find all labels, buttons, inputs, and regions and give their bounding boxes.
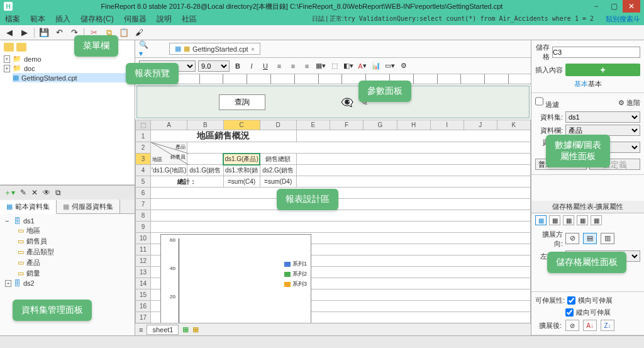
stretch-v-checkbox[interactable] xyxy=(565,308,574,317)
insert-content-button[interactable]: + xyxy=(565,64,640,76)
selected-cell[interactable]: ds1.G(產品) xyxy=(223,154,260,165)
dataset-select[interactable]: ds1 xyxy=(565,111,640,123)
minimize-button[interactable]: − xyxy=(587,0,605,13)
menu-server[interactable]: 伺服器 xyxy=(123,14,148,25)
tree-item-cpt[interactable]: ▦ GettingStarted.cpt xyxy=(13,73,131,82)
attr-tab-1[interactable]: ▦ xyxy=(535,215,547,225)
sheet-add-icon[interactable]: ▦ xyxy=(182,325,189,334)
merge-icon[interactable]: ⬚ xyxy=(329,60,340,72)
col-header[interactable]: C xyxy=(223,120,260,130)
query-button[interactable]: 查詢 xyxy=(219,94,265,110)
category-search[interactable]: 類別搜索斗 xyxy=(606,14,640,24)
tab-server-ds[interactable]: ▦伺服器資料集 xyxy=(57,199,120,213)
parameter-panel[interactable]: 查詢 👁‍🗨 ✎ xyxy=(136,86,530,118)
sort-none[interactable]: ⊘ xyxy=(565,320,579,331)
col-header[interactable]: G xyxy=(364,120,397,130)
maximize-button[interactable]: ▢ xyxy=(605,0,623,13)
tab-close-icon[interactable]: × xyxy=(251,45,255,53)
col-header[interactable]: D xyxy=(260,120,296,130)
row-header[interactable]: 3 xyxy=(136,154,151,165)
ds-field[interactable]: ▭產品類型 xyxy=(18,247,130,257)
font-size-select[interactable]: 9.0 xyxy=(198,60,230,72)
bold-icon[interactable]: B xyxy=(232,60,243,72)
attr-tab-4[interactable]: ▦ xyxy=(577,215,588,225)
cell-ref-input[interactable] xyxy=(552,47,640,58)
menu-insert[interactable]: 插入 xyxy=(54,14,72,25)
condition-icon[interactable]: ⚙ xyxy=(398,60,409,72)
gear-icon[interactable]: ⚙ xyxy=(618,99,625,106)
row-header[interactable]: 5 xyxy=(136,176,151,188)
widget-icon[interactable]: ▭▾ xyxy=(384,60,396,72)
sort-desc[interactable]: Z↓ xyxy=(601,320,614,331)
col-header[interactable]: K xyxy=(497,120,530,130)
menu-help[interactable]: 說明 xyxy=(155,14,173,25)
sheet-menu-icon[interactable]: ≡ xyxy=(139,326,143,334)
attr-tab-2[interactable]: ▦ xyxy=(549,215,560,225)
ds-copy-icon[interactable]: ⧉ xyxy=(54,188,62,197)
folder-btn-2[interactable] xyxy=(16,43,26,52)
col-header[interactable]: B xyxy=(187,120,224,130)
sheet-tab[interactable]: sheet1 xyxy=(147,325,179,335)
ds-field[interactable]: ▭地區 xyxy=(18,225,130,236)
underline-icon[interactable]: U xyxy=(260,60,271,72)
ds-node-ds2[interactable]: +🗄ds2 xyxy=(5,279,130,288)
row-header[interactable]: 2 xyxy=(136,142,151,154)
align-center-icon[interactable]: ≡ xyxy=(287,60,299,72)
align-right-icon[interactable]: ≡ xyxy=(301,60,313,72)
attr-tab-5[interactable]: ▦ xyxy=(591,215,602,225)
folder-btn-1[interactable] xyxy=(4,43,14,52)
fill-color-icon[interactable]: ◧▾ xyxy=(343,60,354,72)
chart-icon[interactable]: 📊 xyxy=(370,60,382,72)
ds-field[interactable]: ▭銷售員 xyxy=(18,236,130,247)
col-header[interactable]: H xyxy=(397,120,430,130)
expand-none[interactable]: ⊘ xyxy=(565,233,579,244)
ds-add-icon[interactable]: ＋▾ xyxy=(3,188,16,198)
italic-icon[interactable]: I xyxy=(246,60,257,72)
title-cell[interactable]: 地區銷售概況 xyxy=(151,130,297,142)
menu-community[interactable]: 社區 xyxy=(180,14,198,25)
spreadsheet[interactable]: ⬚ A B C D E F G H I J K xyxy=(135,120,531,323)
stretch-h-checkbox[interactable] xyxy=(567,296,575,305)
col-header[interactable]: A xyxy=(151,120,187,130)
col-header[interactable]: J xyxy=(464,120,497,130)
row-header[interactable]: 4 xyxy=(136,165,151,176)
ds-delete-icon[interactable]: ✕ xyxy=(30,188,39,197)
filter-checkbox[interactable] xyxy=(535,96,543,107)
ds-preview-icon[interactable]: 👁 xyxy=(42,188,52,197)
col-header[interactable]: F xyxy=(330,120,363,130)
col-header[interactable]: I xyxy=(430,120,464,130)
expand-down[interactable]: ▤ xyxy=(583,233,597,244)
preview-icon[interactable]: 🔍▾ xyxy=(139,43,152,55)
expand-right[interactable]: ▥ xyxy=(601,233,614,244)
tab-template-ds[interactable]: ▦範本資料集 xyxy=(0,200,57,214)
paste-icon[interactable]: 📋 xyxy=(118,27,130,38)
font-color-icon[interactable]: A▾ xyxy=(357,60,368,72)
align-left-icon[interactable]: ≡ xyxy=(274,60,285,72)
file-tab[interactable]: ▦ ▦ GettingStarted.cpt × xyxy=(169,43,260,55)
format-painter-icon[interactable]: 🖌 xyxy=(133,27,145,38)
bar-chart[interactable]: 60 40 20 0 分類1 分類2 分類3 xyxy=(160,234,311,323)
sheet-add2-icon[interactable]: ▦ xyxy=(192,325,199,334)
back-icon[interactable]: ◀ xyxy=(4,27,15,38)
border-icon[interactable]: ▦▾ xyxy=(315,60,326,72)
attr-tab-3[interactable]: ▦ xyxy=(563,215,574,225)
forward-icon[interactable]: ▶ xyxy=(19,27,30,38)
corner-cell[interactable]: ⬚ xyxy=(136,120,151,130)
row-header[interactable]: 1 xyxy=(136,130,151,142)
ds-field[interactable]: ▭產品 xyxy=(18,257,130,268)
sort-asc[interactable]: A↓ xyxy=(583,320,597,331)
ds-field[interactable]: ▭銷量 xyxy=(18,268,130,279)
save-icon[interactable]: 💾 xyxy=(38,27,50,38)
basic-tab[interactable]: 基本 xyxy=(574,80,588,87)
undo-icon[interactable]: ↶ xyxy=(53,27,65,38)
close-button[interactable]: ✕ xyxy=(623,0,640,13)
menu-file[interactable]: 檔案 xyxy=(4,14,21,25)
ds-edit-icon[interactable]: ✎ xyxy=(19,188,28,197)
tree-item-doc[interactable]: + 📁 doc xyxy=(4,64,131,73)
menu-cell[interactable]: 儲存格(C) xyxy=(79,14,115,25)
col-header[interactable]: E xyxy=(296,120,330,130)
ds-node-ds1[interactable]: −🗄ds1 xyxy=(5,216,130,225)
menu-template[interactable]: 範本 xyxy=(29,14,47,25)
hide-icon[interactable]: 👁‍🗨 xyxy=(341,96,353,108)
callout-preview: 報表預覽 xyxy=(126,63,179,84)
